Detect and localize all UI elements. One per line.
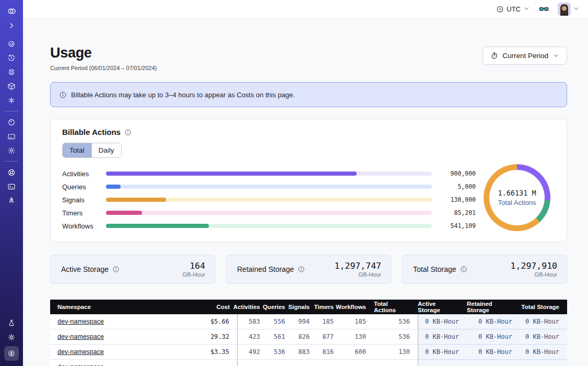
sidebar-divider — [5, 161, 18, 162]
retained_storage-cell: 0 KB-Hour — [467, 314, 520, 329]
queries-cell: 561 — [268, 329, 293, 345]
sun-icon — [7, 333, 16, 341]
bar-track — [106, 185, 432, 189]
layers-icon — [7, 68, 16, 76]
timezone-selector[interactable]: UTC — [496, 5, 530, 14]
total-storage-label: Total Storage — [413, 265, 467, 273]
sidebar-item-history[interactable] — [0, 51, 23, 65]
retained-storage-label: Retained Storage — [237, 265, 305, 273]
info-icon[interactable] — [460, 266, 467, 273]
active-storage-card: Active Storage164GB-Hour — [50, 255, 215, 284]
total-actions-label: Total Actions — [498, 199, 536, 207]
sidebar-item-terminal[interactable] — [0, 179, 23, 193]
sidebar-item-support-lifebuoy[interactable] — [0, 165, 23, 179]
total_storage-cell: 0 KB-Hour — [520, 314, 567, 329]
bar-fill — [106, 198, 166, 202]
bar-track — [106, 224, 432, 228]
topbar: UTC — [23, 0, 588, 19]
signals-cell: 826 — [293, 329, 317, 345]
info-icon[interactable] — [124, 129, 132, 136]
sidebar-item-flask[interactable] — [0, 316, 23, 330]
rocket-icon — [7, 197, 16, 205]
sidebar-item-billing-card[interactable] — [0, 129, 23, 143]
billable-actions-bar-chart: Activities900,000Queries5,000Signals130,… — [62, 169, 476, 230]
column-header-total-storage: Total Storage — [520, 300, 567, 314]
storage-summary-row: Active Storage164GB-HourRetained Storage… — [50, 255, 567, 284]
chevron-right-icon — [7, 21, 16, 30]
chevron-down-icon — [552, 52, 559, 59]
sidebar-item-asterisk[interactable] — [0, 93, 23, 107]
namespace-link[interactable]: dev-namespace — [57, 318, 104, 325]
timers-cell: 877 — [317, 329, 342, 345]
bar-fill — [106, 171, 357, 176]
user-avatar — [558, 3, 571, 16]
sidebar-item-dollar-coin[interactable] — [4, 346, 19, 361]
glasses-icon[interactable] — [538, 4, 549, 15]
namespace-cell: dev-namespace — [50, 345, 191, 360]
sidebar-divider — [5, 111, 18, 111]
workflows-cell — [342, 360, 374, 366]
dollar-coin-icon — [7, 349, 16, 358]
info-icon[interactable] — [298, 266, 305, 273]
signals-cell — [293, 360, 317, 366]
bar-label: Activities — [62, 170, 101, 178]
total-actions-donut-chart: 1.66131 M Total Actions — [484, 164, 550, 231]
info-icon[interactable] — [112, 266, 120, 273]
period-dropdown-label: Current Period — [502, 52, 548, 60]
bar-label: Queries — [62, 183, 101, 191]
terminal-icon — [7, 182, 16, 191]
user-menu[interactable] — [558, 3, 580, 16]
column-header-retained-storage: Retained Storage — [467, 300, 520, 314]
total_actions-cell: 130 — [374, 345, 418, 360]
temporal-logo[interactable] — [0, 4, 23, 18]
flask-icon — [7, 319, 16, 327]
main-content: Usage Current Period (06/01/2024 – 07/01… — [23, 19, 588, 366]
sidebar-item-rocket[interactable] — [0, 193, 23, 208]
tab-total[interactable]: Total — [63, 143, 92, 157]
clock-icon — [496, 5, 504, 13]
table-row: dev-namespace$3.354925368838166001300 KB… — [50, 345, 567, 360]
bar-row-queries: Queries5,000 — [62, 182, 476, 191]
sidebar-item-spiral[interactable] — [0, 37, 23, 51]
settings-gear-icon — [7, 146, 16, 155]
bar-row-signals: Signals130,000 — [62, 196, 476, 204]
usage-page: UTC Usage — [0, 0, 588, 366]
activities-cell: 423 — [238, 329, 268, 345]
billable-actions-title: Billable Actions — [62, 128, 121, 136]
table-row: dev-namespace29.324235618268771305360 KB… — [50, 329, 567, 345]
billable-actions-card: Billable Actions TotalDaily Activities90… — [50, 119, 567, 242]
asterisk-icon — [7, 96, 16, 105]
active-storage-label: Active Storage — [61, 265, 120, 273]
history-icon — [7, 54, 16, 62]
period-dropdown-button[interactable]: Current Period — [483, 47, 567, 65]
namespace-link[interactable]: dev-namespace — [57, 333, 104, 340]
page-title: Usage — [50, 45, 157, 61]
temporal-logo — [7, 6, 17, 16]
cost-cell: $5.66 — [191, 314, 238, 329]
workflows-cell: 185 — [342, 314, 374, 329]
retained-storage-value: 1,297,747 — [335, 261, 381, 271]
cost-cell: 29.32 — [191, 329, 238, 345]
timezone-label: UTC — [507, 5, 521, 13]
sidebar-item-settings-gear[interactable] — [0, 143, 23, 157]
sidebar-collapse-button[interactable] — [0, 18, 23, 32]
tab-daily[interactable]: Daily — [92, 143, 121, 157]
total_storage-cell — [520, 360, 567, 366]
bar-label: Signals — [62, 196, 101, 204]
sidebar-item-layers[interactable] — [0, 65, 23, 79]
namespace-link[interactable]: dev-namespace — [57, 363, 104, 366]
bar-track — [106, 198, 432, 202]
bar-track — [106, 211, 432, 215]
column-header-namespace: Namespace — [50, 300, 191, 314]
sidebar-item-gauge[interactable] — [0, 115, 23, 129]
namespace-link[interactable]: dev-namespace — [57, 348, 104, 356]
info-banner-text: Billable Actions may take up to 3–4 hour… — [71, 91, 295, 99]
bar-track — [106, 171, 432, 176]
bar-row-activities: Activities900,000 — [62, 169, 476, 178]
sidebar-item-sun[interactable] — [0, 330, 23, 344]
retained-storage-unit: GB-Hour — [335, 271, 381, 278]
page-heading: Usage Current Period (06/01/2024 – 07/01… — [50, 45, 157, 71]
total-storage-value: 1,297,910 — [511, 261, 557, 271]
sidebar-item-cube[interactable] — [0, 79, 23, 93]
active_storage-cell: 0 KB-Hour — [418, 345, 467, 360]
